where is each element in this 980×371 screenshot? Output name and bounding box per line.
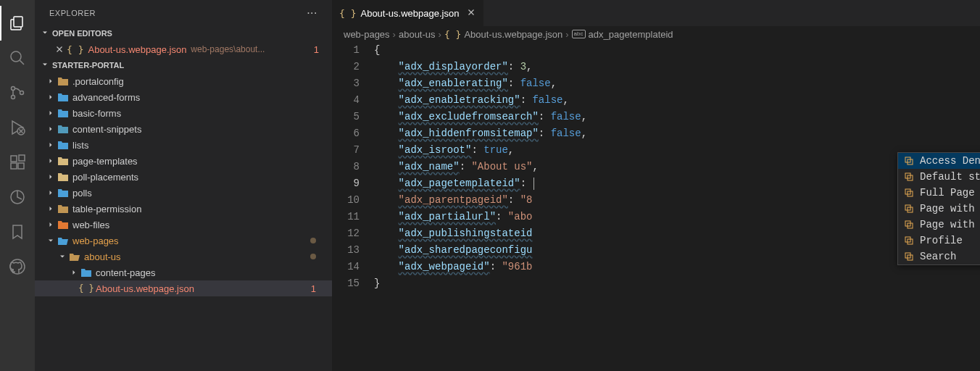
chevron-right-icon: ›	[393, 29, 396, 40]
tree-item-label: content-pages	[96, 267, 155, 278]
search-activity-icon[interactable]	[0, 41, 35, 75]
tree-folder-content-pages[interactable]: content-pages	[35, 264, 332, 280]
workspace-section[interactable]: STARTER-PORTAL	[35, 57, 332, 73]
open-editors-label: OPEN EDITORS	[52, 29, 112, 38]
tree-folder-polls[interactable]: polls	[35, 185, 332, 201]
open-editors-section[interactable]: OPEN EDITORS	[35, 25, 332, 41]
run-debug-activity-icon[interactable]	[0, 110, 35, 145]
enum-icon	[904, 251, 914, 262]
close-icon[interactable]	[466, 7, 476, 20]
folder-icon	[57, 108, 70, 118]
completion-label: Profile	[920, 235, 963, 246]
svg-point-1	[11, 51, 21, 62]
chevron-right-icon	[45, 188, 57, 197]
json-icon: { }	[80, 283, 93, 293]
power-activity-icon[interactable]	[0, 180, 35, 214]
explorer-sidebar: EXPLORER ··· OPEN EDITORS { } About-us.w…	[35, 0, 332, 371]
tree-folder-advanced-forms[interactable]: advanced-forms	[35, 89, 332, 105]
folder-open-icon	[57, 235, 70, 246]
svg-point-3	[12, 96, 15, 99]
enum-icon	[904, 172, 914, 182]
chevron-down-icon	[41, 28, 49, 38]
svg-rect-8	[18, 163, 24, 169]
bookmark-activity-icon[interactable]	[0, 214, 35, 249]
completion-label: Default studio template	[920, 171, 980, 183]
json-icon: { }	[444, 29, 461, 40]
svg-rect-7	[11, 163, 17, 169]
completion-item[interactable]: Access Denied	[898, 153, 980, 169]
tab-label: About-us.webpage.json	[360, 8, 459, 19]
workspace-label: STARTER-PORTAL	[52, 61, 124, 70]
breadcrumb-segment[interactable]: About-us.webpage.json	[464, 29, 562, 40]
tree-folder-portalconfig[interactable]: .portalconfig	[35, 73, 332, 89]
chevron-right-icon	[45, 220, 57, 229]
sidebar-title-label: EXPLORER	[49, 9, 96, 17]
svg-point-4	[20, 91, 24, 95]
completion-item[interactable]: Full Page	[898, 185, 980, 201]
code-lines[interactable]: { "adx_displayorder": 3, "adx_enablerati…	[374, 42, 980, 371]
open-editor-item[interactable]: { } About-us.webpage.json web-pages\abou…	[35, 41, 332, 57]
chevron-right-icon	[45, 204, 57, 213]
chevron-right-icon	[45, 93, 57, 101]
editor-area: { } About-us.webpage.json web-pages › ab…	[332, 0, 980, 371]
tree-folder-poll-placements[interactable]: poll-placements	[35, 169, 332, 185]
svg-point-11	[10, 259, 25, 274]
tab-bar: { } About-us.webpage.json	[332, 0, 980, 26]
chevron-right-icon	[45, 125, 57, 133]
explorer-activity-icon[interactable]	[0, 6, 35, 41]
source-control-activity-icon[interactable]	[0, 75, 35, 110]
tree-folder-web-pages[interactable]: web-pages	[35, 233, 332, 249]
chevron-right-icon	[68, 268, 80, 277]
open-editor-filename: About-us.webpage.json	[88, 44, 186, 55]
chevron-right-icon	[45, 157, 57, 165]
folder-open-icon	[68, 251, 81, 262]
tree-folder-basic-forms[interactable]: basic-forms	[35, 105, 332, 121]
svg-rect-0	[14, 17, 22, 27]
tree-folder-table-permission[interactable]: table-permission	[35, 201, 332, 217]
json-icon: { }	[339, 8, 356, 19]
completion-item[interactable]: Profile	[898, 233, 980, 249]
folder-icon	[57, 156, 70, 166]
folder-icon	[57, 172, 70, 182]
tree-folder-page-templates[interactable]: page-templates	[35, 153, 332, 169]
tree-item-label: content-snippets	[72, 124, 141, 135]
breadcrumb-segment[interactable]: web-pages	[344, 29, 390, 40]
enum-icon	[904, 220, 914, 230]
breadcrumb[interactable]: web-pages › about-us › { } About-us.webp…	[332, 26, 980, 42]
tab-about-us-json[interactable]: { } About-us.webpage.json	[332, 0, 484, 26]
tree-item-label: About-us.webpage.json	[96, 283, 194, 294]
tree-folder-about-us[interactable]: about-us	[35, 249, 332, 264]
breadcrumb-segment[interactable]: about-us	[399, 29, 436, 40]
text-cursor	[533, 178, 534, 190]
completion-item[interactable]: Search	[898, 249, 980, 264]
tree-item-label: advanced-forms	[72, 92, 140, 103]
completion-item[interactable]: Page with child links	[898, 201, 980, 217]
tree-file-about-us-json[interactable]: { } About-us.webpage.json 1	[35, 280, 332, 296]
close-icon[interactable]	[54, 44, 65, 54]
completion-item[interactable]: Default studio template	[898, 169, 980, 185]
github-activity-icon[interactable]	[0, 249, 35, 284]
folder-icon	[57, 124, 70, 134]
tree-item-label: web-pages	[72, 235, 119, 246]
chevron-down-icon	[57, 252, 68, 261]
code-editor[interactable]: 1234 5678 9101112 131415 { "adx_displayo…	[332, 42, 980, 371]
tree-item-label: page-templates	[72, 156, 138, 167]
sidebar-more-icon[interactable]: ···	[307, 7, 317, 20]
tree-folder-lists[interactable]: lists	[35, 137, 332, 153]
completion-label: Page with child links	[920, 203, 980, 214]
chevron-right-icon: ›	[565, 29, 568, 40]
completion-label: Page with title	[920, 219, 980, 230]
tree-folder-web-files[interactable]: web-files	[35, 217, 332, 233]
tree-item-label: lists	[72, 140, 88, 151]
extensions-activity-icon[interactable]	[0, 145, 35, 180]
completion-label: Access Denied	[920, 155, 980, 167]
tree-folder-content-snippets[interactable]: content-snippets	[35, 121, 332, 137]
folder-icon	[57, 204, 70, 214]
completion-item[interactable]: Page with title	[898, 217, 980, 233]
folder-icon	[57, 188, 70, 198]
breadcrumb-segment[interactable]: adx_pagetemplateid	[589, 29, 673, 40]
chevron-right-icon: ›	[439, 29, 441, 40]
chevron-right-icon	[45, 141, 57, 149]
line-number-gutter: 1234 5678 9101112 131415	[332, 42, 374, 371]
activity-bar	[0, 0, 35, 371]
